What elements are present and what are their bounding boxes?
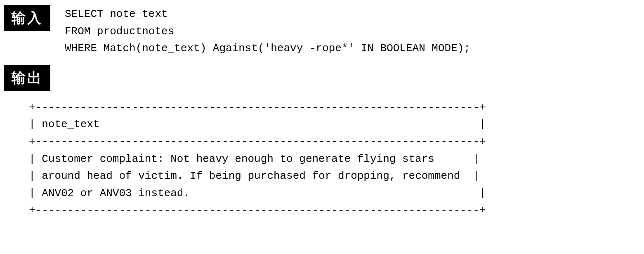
sql-output-table: +---------------------------------------…	[29, 99, 640, 219]
output-label: 输出	[4, 65, 50, 91]
input-label: 输入	[4, 5, 50, 31]
output-section: 输出	[4, 64, 640, 91]
input-section: 输入 SELECT note_text FROM productnotes WH…	[4, 4, 640, 57]
sql-input-code: SELECT note_text FROM productnotes WHERE…	[65, 4, 470, 57]
